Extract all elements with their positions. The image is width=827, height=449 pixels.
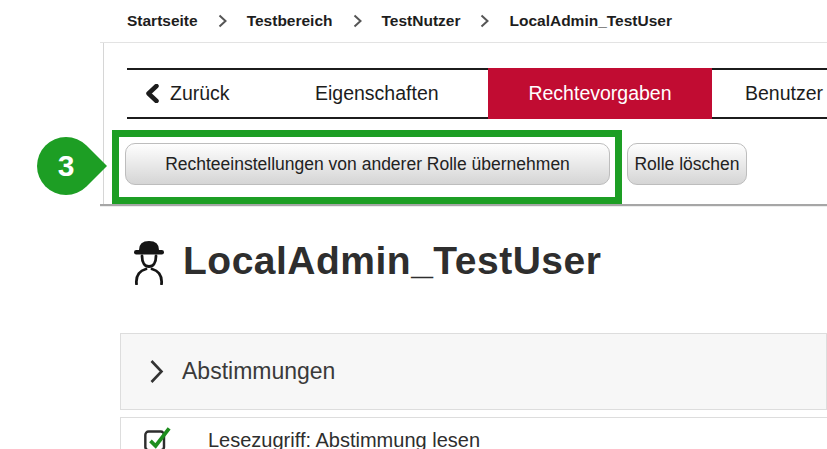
breadcrumb-item-testnutzer[interactable]: TestNutzer: [382, 12, 461, 30]
tab-eigenschaften[interactable]: Eigenschaften: [315, 70, 439, 117]
chevron-left-icon: [145, 84, 159, 103]
delete-role-button[interactable]: Rolle löschen: [627, 143, 747, 185]
permission-label: Lesezugriff: Abstimmung lesen: [208, 429, 480, 449]
breadcrumb-item-startseite[interactable]: Startseite: [127, 12, 198, 30]
checked-checkbox-icon[interactable]: [143, 425, 171, 449]
chevron-right-icon: [148, 358, 165, 385]
page-title: LocalAdmin_TestUser: [183, 239, 601, 283]
content-left-border: [103, 43, 104, 205]
admin-user-icon: [130, 238, 168, 285]
tab-label: Rechtevorgaben: [528, 82, 671, 105]
tab-label: Benutzer: [745, 82, 823, 105]
annotation-step-badge: 3: [25, 125, 107, 207]
breadcrumb-item-testbereich[interactable]: Testbereich: [247, 12, 333, 30]
permission-row: Lesezugriff: Abstimmung lesen: [120, 417, 827, 449]
back-button[interactable]: Zurück: [145, 70, 230, 117]
tab-rechtevorgaben[interactable]: Rechtevorgaben: [488, 68, 712, 119]
back-button-label: Zurück: [170, 82, 230, 105]
breadcrumb: Startseite Testbereich TestNutzer LocalA…: [127, 0, 672, 42]
tab-bar: Zurück Eigenschaften Rechtevorgaben Benu…: [127, 68, 827, 119]
breadcrumb-divider: [100, 42, 827, 43]
chevron-right-icon: [218, 14, 227, 28]
accordion-label: Abstimmungen: [182, 358, 335, 385]
chevron-right-icon: [353, 14, 362, 28]
tab-label: Eigenschaften: [315, 82, 439, 105]
adopt-rights-button[interactable]: Rechteeinstellungen von anderer Rolle üb…: [125, 143, 610, 185]
toolbar-divider: [100, 204, 827, 207]
accordion-abstimmungen[interactable]: Abstimmungen: [120, 333, 827, 410]
tab-benutzer[interactable]: Benutzer: [745, 70, 823, 117]
page-heading: LocalAdmin_TestUser: [130, 233, 601, 289]
annotation-step-number: 3: [37, 137, 95, 195]
chevron-right-icon: [480, 14, 489, 28]
breadcrumb-item-current: LocalAdmin_TestUser: [509, 12, 672, 30]
